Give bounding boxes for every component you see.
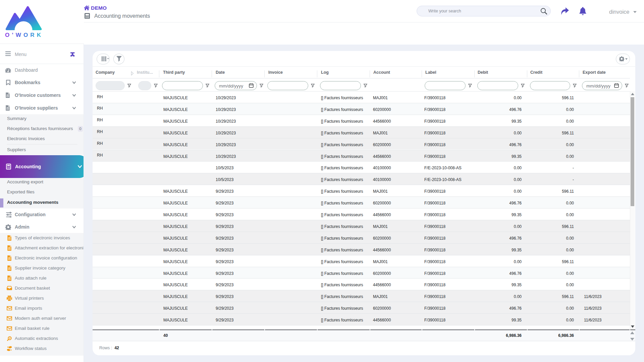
svg-text:O'WORK: O'WORK bbox=[5, 32, 43, 38]
